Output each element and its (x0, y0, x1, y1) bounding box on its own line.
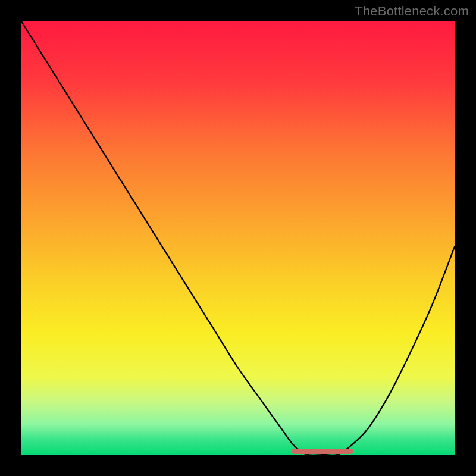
chart-overlay (21, 21, 455, 455)
plot-area (21, 21, 455, 455)
bottleneck-curve (21, 21, 455, 455)
watermark-text: TheBottleneck.com (355, 4, 469, 19)
chart-frame (21, 21, 455, 455)
